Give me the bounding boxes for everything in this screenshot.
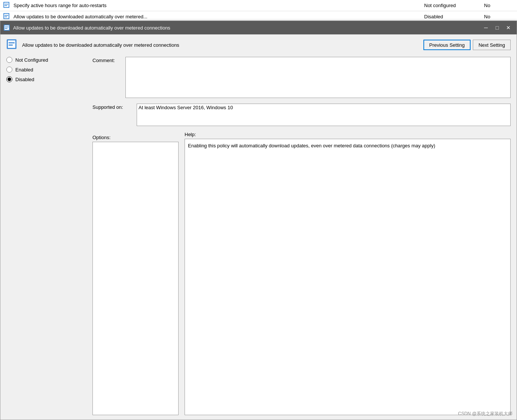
radio-enabled-input[interactable] bbox=[6, 67, 12, 73]
title-bar: Allow updates to be downloaded automatic… bbox=[0, 21, 517, 34]
svg-rect-3 bbox=[4, 5, 7, 6]
modal-dialog: Allow updates to be downloaded automatic… bbox=[0, 21, 517, 420]
row1-icon bbox=[3, 1, 13, 9]
row2-icon bbox=[3, 13, 13, 21]
svg-rect-6 bbox=[4, 15, 8, 16]
radio-group: Not Configured Enabled Disabled bbox=[6, 57, 86, 82]
help-text: Enabling this policy will automatically … bbox=[188, 143, 435, 148]
radio-enabled[interactable]: Enabled bbox=[6, 67, 86, 73]
modal-content: Allow updates to be downloaded automatic… bbox=[0, 34, 517, 420]
bottom-left: Options: bbox=[92, 132, 179, 415]
radio-disabled-input[interactable] bbox=[6, 76, 12, 82]
radio-enabled-label: Enabled bbox=[15, 67, 33, 73]
comment-label: Comment: bbox=[92, 57, 122, 63]
svg-rect-13 bbox=[8, 40, 15, 48]
radio-not-configured[interactable]: Not Configured bbox=[6, 57, 86, 63]
svg-rect-2 bbox=[4, 4, 8, 4]
svg-rect-10 bbox=[5, 27, 9, 27]
next-setting-button[interactable]: Next Setting bbox=[473, 40, 511, 50]
maximize-button[interactable]: □ bbox=[492, 24, 502, 32]
minimize-button[interactable]: ─ bbox=[481, 24, 491, 32]
radio-not-configured-input[interactable] bbox=[6, 57, 12, 63]
bottom-right: Help: Enabling this policy will automati… bbox=[185, 132, 511, 415]
options-box bbox=[92, 142, 179, 415]
row1-title: Specify active hours range for auto-rest… bbox=[13, 3, 424, 8]
row2-no: No bbox=[484, 14, 514, 19]
comment-textarea[interactable] bbox=[125, 57, 511, 98]
close-button[interactable]: ✕ bbox=[503, 24, 514, 32]
modal-body: Not Configured Enabled Disabled bbox=[6, 57, 511, 415]
supported-on-textarea bbox=[137, 104, 511, 126]
radio-not-configured-label: Not Configured bbox=[15, 57, 48, 63]
titlebar-controls: ─ □ ✕ bbox=[481, 24, 514, 32]
svg-rect-15 bbox=[9, 45, 13, 46]
svg-rect-1 bbox=[4, 3, 9, 7]
options-label: Options: bbox=[92, 135, 179, 140]
supported-on-label: Supported on: bbox=[92, 104, 134, 110]
row1-state: Not configured bbox=[424, 3, 484, 8]
titlebar-text: Allow updates to be downloaded automatic… bbox=[13, 25, 481, 31]
supported-on-row: Supported on: bbox=[92, 104, 511, 127]
help-box: Enabling this policy will automatically … bbox=[185, 139, 511, 415]
radio-disabled[interactable]: Disabled bbox=[6, 76, 86, 82]
modal-header-title: Allow updates to be downloaded automatic… bbox=[22, 42, 421, 48]
svg-rect-7 bbox=[4, 16, 7, 17]
row2-state: Disabled bbox=[424, 14, 484, 19]
titlebar-icon bbox=[3, 24, 10, 31]
previous-setting-button[interactable]: Previous Setting bbox=[423, 40, 471, 50]
row2-title: Allow updates to be downloaded automatic… bbox=[13, 14, 424, 19]
radio-disabled-label: Disabled bbox=[15, 77, 34, 82]
svg-rect-11 bbox=[5, 28, 7, 29]
modal-header-icon bbox=[6, 39, 18, 51]
left-panel: Not Configured Enabled Disabled bbox=[6, 57, 92, 415]
row1-no: No bbox=[484, 3, 514, 8]
right-panel: Comment: Supported on: bbox=[92, 57, 511, 415]
modal-wrapper: Allow updates to be downloaded automatic… bbox=[0, 21, 517, 420]
bottom-split: Options: Help: Enabling this policy will… bbox=[92, 132, 511, 415]
bg-row-1: Specify active hours range for auto-rest… bbox=[0, 0, 517, 11]
svg-rect-9 bbox=[4, 25, 9, 30]
help-label: Help: bbox=[185, 132, 511, 137]
svg-rect-5 bbox=[4, 14, 9, 18]
modal-header: Allow updates to be downloaded automatic… bbox=[6, 39, 511, 51]
svg-rect-14 bbox=[9, 42, 15, 43]
watermark: CSDN @系统之家装机大师 bbox=[458, 411, 513, 417]
background-list: Specify active hours range for auto-rest… bbox=[0, 0, 517, 23]
